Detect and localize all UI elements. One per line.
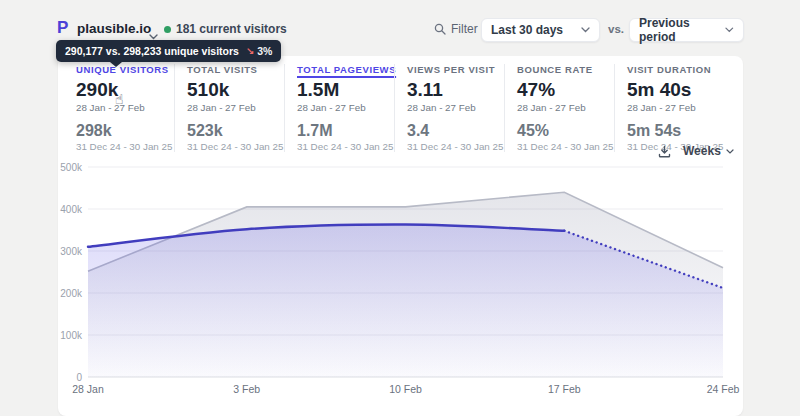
svg-text:24 Feb: 24 Feb [707, 383, 740, 395]
stat-period: 28 Jan - 27 Feb [517, 102, 614, 113]
stat-views-per-visit[interactable]: VIEWS PER VISIT 3.11 28 Jan - 27 Feb 3.4… [394, 64, 504, 152]
svg-text:0: 0 [76, 372, 82, 383]
stat-label: BOUNCE RATE [517, 64, 614, 75]
stat-value: 290k [76, 80, 174, 100]
stat-label: TOTAL PAGEVIEWS [297, 64, 394, 75]
filter-label: Filter [451, 22, 478, 36]
vs-label: vs. [608, 23, 624, 35]
svg-text:28 Jan: 28 Jan [72, 383, 104, 395]
stat-period: 28 Jan - 27 Feb [76, 102, 174, 113]
stat-prev-value: 5m 54s [627, 122, 724, 139]
interval-select[interactable]: Weeks [683, 144, 734, 158]
stats-grid: UNIQUE VISITORS 290k 28 Jan - 27 Feb 298… [64, 64, 724, 152]
chart-controls: Weeks [658, 144, 734, 158]
metric-hover-tooltip: 290,177 vs. 298,233 unique visitors ↘ 3% [56, 40, 281, 62]
svg-text:400k: 400k [60, 204, 83, 215]
stat-prev-value: 1.7M [297, 122, 394, 139]
chevron-down-icon [726, 149, 734, 154]
trend-down-arrow-icon: ↘ [246, 46, 254, 57]
stat-period: 28 Jan - 27 Feb [407, 102, 504, 113]
tooltip-change-pct: 3% [257, 45, 272, 57]
date-range-select[interactable]: Last 30 days [481, 18, 600, 42]
svg-text:500k: 500k [60, 162, 83, 173]
svg-text:3 Feb: 3 Feb [233, 383, 260, 395]
stat-period: 28 Jan - 27 Feb [627, 102, 724, 113]
comparison-value: Previous period [639, 16, 725, 44]
tooltip-text: 290,177 vs. 298,233 unique visitors [65, 45, 239, 57]
stat-period: 28 Jan - 27 Feb [187, 102, 284, 113]
svg-text:300k: 300k [60, 246, 83, 257]
date-range-value: Last 30 days [491, 23, 563, 37]
download-icon [658, 145, 671, 158]
live-dot-icon [164, 26, 171, 33]
stat-prev-period: 31 Dec 24 - 30 Jan 25 [187, 141, 284, 152]
stat-label: VISIT DURATION [627, 64, 724, 75]
site-switcher-label[interactable]: plausible.io [77, 21, 151, 36]
stat-prev-value: 45% [517, 122, 614, 139]
pageviews-chart[interactable]: 0100k200k300k400k500k28 Jan3 Feb10 Feb17… [58, 150, 743, 410]
stat-prev-period: 31 Dec 24 - 30 Jan 25 [407, 141, 504, 152]
stat-unique-visitors[interactable]: UNIQUE VISITORS 290k 28 Jan - 27 Feb 298… [64, 64, 174, 152]
stat-value: 3.11 [407, 80, 504, 100]
stat-value: 5m 40s [627, 80, 724, 100]
stat-total-pageviews[interactable]: TOTAL PAGEVIEWS 1.5M 28 Jan - 27 Feb 1.7… [284, 64, 394, 152]
search-icon [434, 23, 446, 35]
export-button[interactable] [658, 145, 671, 158]
stat-value: 510k [187, 80, 284, 100]
stat-period: 28 Jan - 27 Feb [297, 102, 394, 113]
stat-prev-period: 31 Dec 24 - 30 Jan 25 [517, 141, 614, 152]
stat-label: TOTAL VISITS [187, 64, 284, 75]
stat-prev-value: 298k [76, 122, 174, 139]
stat-label: UNIQUE VISITORS [76, 64, 174, 75]
plausible-logo: P [57, 19, 68, 36]
interval-value: Weeks [683, 144, 721, 158]
comparison-select[interactable]: Previous period [629, 18, 744, 42]
stat-visit-duration[interactable]: VISIT DURATION 5m 40s 28 Jan - 27 Feb 5m… [614, 64, 724, 152]
current-visitors-label[interactable]: 181 current visitors [176, 22, 287, 36]
stat-prev-period: 31 Dec 24 - 30 Jan 25 [297, 141, 394, 152]
stat-bounce-rate[interactable]: BOUNCE RATE 47% 28 Jan - 27 Feb 45% 31 D… [504, 64, 614, 152]
stat-value: 47% [517, 80, 614, 100]
filter-button[interactable]: Filter [434, 22, 478, 36]
mouse-cursor-icon: ☝ [115, 91, 124, 107]
svg-text:200k: 200k [60, 288, 83, 299]
stat-prev-value: 3.4 [407, 122, 504, 139]
plausible-dashboard: { "header": { "logo_letter": "P", "site"… [0, 0, 800, 416]
stat-label: VIEWS PER VISIT [407, 64, 504, 75]
stat-value: 1.5M [297, 80, 394, 100]
svg-text:10 Feb: 10 Feb [389, 383, 422, 395]
chevron-down-icon [581, 27, 590, 33]
stat-prev-period: 31 Dec 24 - 30 Jan 25 [76, 141, 174, 152]
stat-prev-value: 523k [187, 122, 284, 139]
chevron-down-icon [725, 27, 734, 33]
svg-text:100k: 100k [60, 330, 83, 341]
svg-text:17 Feb: 17 Feb [548, 383, 581, 395]
stat-total-visits[interactable]: TOTAL VISITS 510k 28 Jan - 27 Feb 523k 3… [174, 64, 284, 152]
